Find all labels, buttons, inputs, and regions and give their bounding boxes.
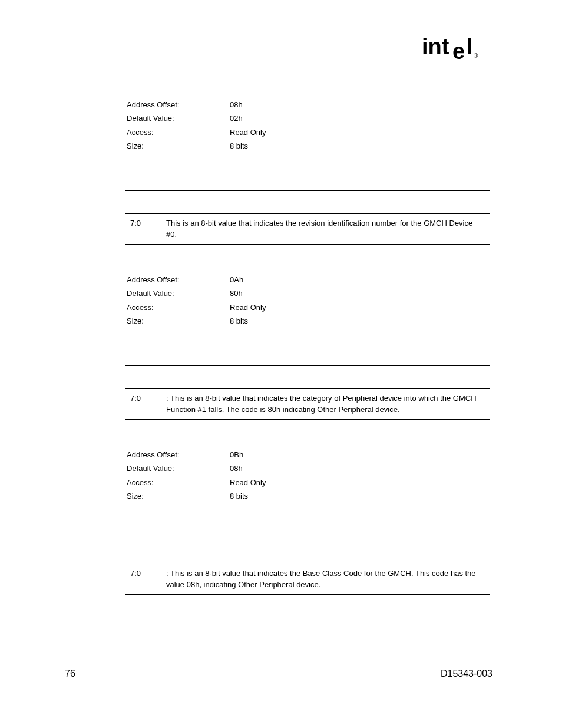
table-header-bit bbox=[125, 541, 161, 564]
prop-label: Address Offset: bbox=[127, 99, 230, 111]
prop-label: Default Value: bbox=[127, 463, 230, 475]
table-header-desc bbox=[161, 365, 490, 388]
register-properties: Address Offset:0Ah Default Value:80h Acc… bbox=[127, 274, 492, 327]
prop-value: 0Ah bbox=[230, 274, 243, 286]
register-properties: Address Offset:08h Default Value:02h Acc… bbox=[127, 99, 492, 152]
svg-text:int: int bbox=[422, 35, 449, 59]
register-table: 7:0 : This is an 8-bit value that indica… bbox=[125, 541, 490, 595]
table-row: 7:0 This is an 8-bit value that indicate… bbox=[125, 213, 490, 244]
prop-label: Default Value: bbox=[127, 113, 230, 124]
prop-label: Address Offset: bbox=[127, 274, 230, 286]
register-table: 7:0 : This is an 8-bit value that indica… bbox=[125, 365, 490, 420]
prop-value: 08h bbox=[230, 99, 243, 111]
prop-value: Read Only bbox=[230, 127, 266, 139]
register-table: 7:0 This is an 8-bit value that indicate… bbox=[125, 190, 490, 245]
prop-label: Default Value: bbox=[127, 288, 230, 299]
prop-label: Size: bbox=[127, 490, 230, 502]
prop-label: Access: bbox=[127, 477, 230, 489]
bit-range: 7:0 bbox=[125, 213, 161, 244]
document-id: D15343-003 bbox=[441, 667, 492, 681]
prop-value: 8 bits bbox=[230, 140, 248, 152]
prop-value: 80h bbox=[230, 288, 243, 299]
register-properties: Address Offset:0Bh Default Value:08h Acc… bbox=[127, 449, 492, 502]
bit-description: : This is an 8-bit value that indicates … bbox=[161, 564, 490, 594]
prop-value: Read Only bbox=[230, 477, 266, 489]
prop-label: Size: bbox=[127, 140, 230, 152]
prop-label: Address Offset: bbox=[127, 449, 230, 461]
bit-range: 7:0 bbox=[125, 388, 161, 419]
svg-text:e: e bbox=[452, 39, 465, 60]
bit-description: This is an 8-bit value that indicates th… bbox=[161, 213, 490, 244]
prop-label: Size: bbox=[127, 315, 230, 327]
prop-value: 02h bbox=[230, 113, 243, 124]
page-number: 76 bbox=[65, 667, 75, 681]
svg-text:l: l bbox=[467, 35, 473, 59]
prop-value: 0Bh bbox=[230, 449, 243, 461]
table-row: 7:0 : This is an 8-bit value that indica… bbox=[125, 564, 490, 594]
svg-text:®: ® bbox=[474, 52, 478, 59]
intel-logo: int e l ® bbox=[65, 35, 492, 64]
prop-label: Access: bbox=[127, 302, 230, 314]
prop-label: Access: bbox=[127, 127, 230, 139]
table-header-bit bbox=[125, 365, 161, 388]
prop-value: 8 bits bbox=[230, 315, 248, 327]
prop-value: Read Only bbox=[230, 302, 266, 314]
table-header-desc bbox=[161, 190, 490, 213]
table-row: 7:0 : This is an 8-bit value that indica… bbox=[125, 388, 490, 419]
bit-description: : This is an 8-bit value that indicates … bbox=[161, 388, 490, 419]
prop-value: 08h bbox=[230, 463, 243, 475]
bit-range: 7:0 bbox=[125, 564, 161, 594]
table-header-bit bbox=[125, 190, 161, 213]
prop-value: 8 bits bbox=[230, 490, 248, 502]
table-header-desc bbox=[161, 541, 490, 564]
